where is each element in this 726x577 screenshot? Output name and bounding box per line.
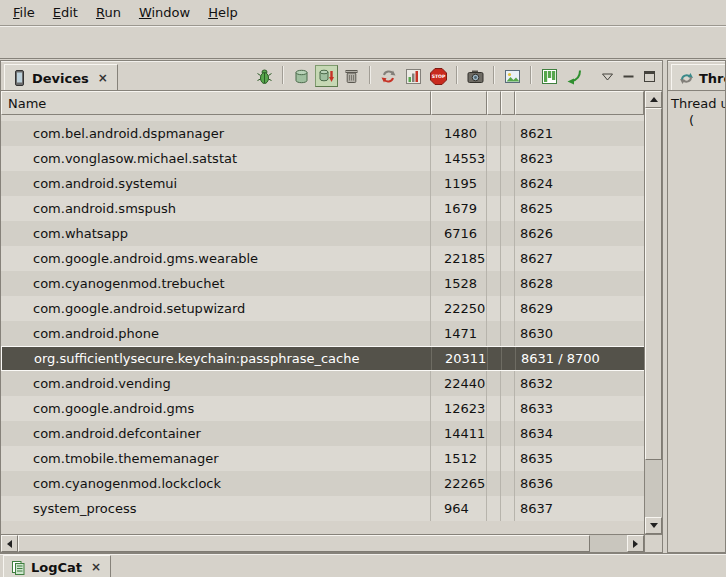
- table-row[interactable]: com.google.android.gms.wearable 22185 86…: [1, 246, 644, 271]
- table-column-headers: Name: [1, 91, 644, 115]
- debug-process-button[interactable]: [253, 65, 276, 87]
- devices-toolbar: STOP: [253, 65, 662, 90]
- process-pid: 12623: [431, 396, 487, 421]
- update-heap-button[interactable]: [290, 65, 313, 87]
- process-port: 8633: [515, 396, 644, 421]
- table-row[interactable]: com.vonglasow.michael.satstat 14553 8623: [1, 146, 644, 171]
- capture-report-button[interactable]: [501, 65, 524, 87]
- table-row[interactable]: com.tmobile.thememanager 1512 8635: [1, 446, 644, 471]
- process-name: org.sufficientlysecure.keychain:passphra…: [2, 347, 432, 370]
- process-pid: 6716: [431, 221, 487, 246]
- menu-help[interactable]: Help: [199, 2, 247, 23]
- horizontal-scrollbar[interactable]: [1, 535, 644, 552]
- close-icon[interactable]: ×: [96, 71, 110, 85]
- table-row[interactable]: com.android.phone 1471 8630: [1, 321, 644, 346]
- column-header-name[interactable]: Name: [1, 91, 431, 115]
- table-row[interactable]: system_process 964 8637: [1, 496, 644, 521]
- screen-capture-button[interactable]: [464, 65, 487, 87]
- process-port: 8624: [515, 171, 644, 196]
- method-profiling-button[interactable]: [402, 65, 425, 87]
- empty-cell: [501, 321, 515, 346]
- tab-logcat[interactable]: LogCat ×: [3, 555, 111, 577]
- update-threads-icon: [380, 68, 397, 85]
- dump-hprof-icon: [318, 68, 335, 85]
- menu-file[interactable]: File: [4, 2, 44, 23]
- threads-message-line1: Thread up: [671, 95, 725, 112]
- vertical-scroll-thumb[interactable]: [645, 108, 662, 460]
- table-row[interactable]: com.android.vending 22440 8632: [1, 371, 644, 396]
- process-port: 8634: [515, 421, 644, 446]
- column-header-empty[interactable]: [501, 91, 515, 115]
- view-menu-icon: [601, 70, 614, 83]
- process-name: com.cyanogenmod.lockclock: [1, 471, 431, 496]
- table-row[interactable]: com.cyanogenmod.lockclock 22265 8636: [1, 471, 644, 496]
- table-row[interactable]: com.cyanogenmod.trebuchet 1528 8628: [1, 271, 644, 296]
- empty-cell: [487, 446, 501, 471]
- process-port: 8628: [515, 271, 644, 296]
- column-header-pid[interactable]: [431, 91, 487, 115]
- empty-cell: [501, 171, 515, 196]
- empty-cell: [501, 421, 515, 446]
- toolbar-separator: [493, 66, 495, 84]
- table-row[interactable]: com.bel.android.dspmanager 1480 8621: [1, 121, 644, 146]
- empty-cell: [487, 221, 501, 246]
- horizontal-scroll-track[interactable]: [18, 535, 627, 552]
- process-name: com.bel.android.dspmanager: [1, 121, 431, 146]
- empty-cell: [487, 396, 501, 421]
- process-pid: 20311: [432, 347, 488, 370]
- process-port: 8627: [515, 246, 644, 271]
- empty-cell: [501, 221, 515, 246]
- empty-cell: [487, 496, 501, 521]
- stop-label: STOP: [432, 74, 446, 79]
- process-pid: 964: [431, 496, 487, 521]
- process-pid: 1512: [431, 446, 487, 471]
- bottom-tabbar: LogCat ×: [0, 553, 726, 577]
- minimize-view-button[interactable]: [619, 67, 637, 85]
- tab-threads[interactable]: Threads ×: [671, 64, 725, 91]
- update-threads-button[interactable]: [377, 65, 400, 87]
- menu-run[interactable]: Run: [87, 2, 130, 23]
- table-row[interactable]: com.android.smspush 1679 8625: [1, 196, 644, 221]
- maximize-view-button[interactable]: [640, 67, 658, 85]
- scroll-right-button[interactable]: [627, 535, 644, 552]
- menu-edit[interactable]: Edit: [44, 2, 87, 23]
- vertical-scrollbar[interactable]: [644, 91, 662, 534]
- tab-threads-label: Threads: [699, 71, 725, 86]
- close-icon[interactable]: ×: [89, 560, 103, 574]
- column-header-port[interactable]: [515, 91, 644, 115]
- hierarchy-view-button[interactable]: [538, 65, 561, 87]
- horizontal-scroll-thumb[interactable]: [18, 535, 590, 552]
- process-port: 8630: [515, 321, 644, 346]
- scroll-left-button[interactable]: [1, 535, 18, 552]
- tab-devices[interactable]: Devices ×: [4, 64, 118, 91]
- threads-message: Thread up (: [668, 91, 725, 129]
- table-row-list: com.bel.android.dspmanager 1480 8621 com…: [1, 121, 644, 521]
- table-row[interactable]: com.android.systemui 1195 8624: [1, 171, 644, 196]
- pixel-perfect-button[interactable]: [563, 65, 586, 87]
- column-header-empty[interactable]: [487, 91, 501, 115]
- empty-cell: [487, 421, 501, 446]
- dump-hprof-button[interactable]: [315, 65, 338, 87]
- debug-bug-icon: [256, 68, 273, 85]
- vertical-scroll-track[interactable]: [645, 108, 662, 517]
- table-row[interactable]: com.whatsapp 6716 8626: [1, 221, 644, 246]
- logcat-icon: [11, 560, 26, 575]
- horizontal-scrollbar-row: [1, 534, 662, 552]
- table-row[interactable]: com.google.android.gms 12623 8633: [1, 396, 644, 421]
- scroll-down-button[interactable]: [645, 517, 662, 534]
- tab-devices-label: Devices: [32, 71, 89, 86]
- main-area: Devices ×: [0, 60, 726, 553]
- empty-cell: [487, 246, 501, 271]
- table-row[interactable]: com.android.defcontainer 14411 8634: [1, 421, 644, 446]
- menu-window[interactable]: Window: [130, 2, 199, 23]
- view-menu-button[interactable]: [598, 67, 616, 85]
- empty-cell: [501, 396, 515, 421]
- stop-process-button[interactable]: STOP: [427, 65, 450, 87]
- toolbar-separator: [282, 66, 284, 84]
- table-row[interactable]: org.sufficientlysecure.keychain:passphra…: [1, 346, 644, 371]
- process-name: com.android.smspush: [1, 196, 431, 221]
- cause-gc-button[interactable]: [340, 65, 363, 87]
- scroll-up-button[interactable]: [645, 91, 662, 108]
- table-row[interactable]: com.google.android.setupwizard 22250 862…: [1, 296, 644, 321]
- system-report-icon: [504, 68, 521, 85]
